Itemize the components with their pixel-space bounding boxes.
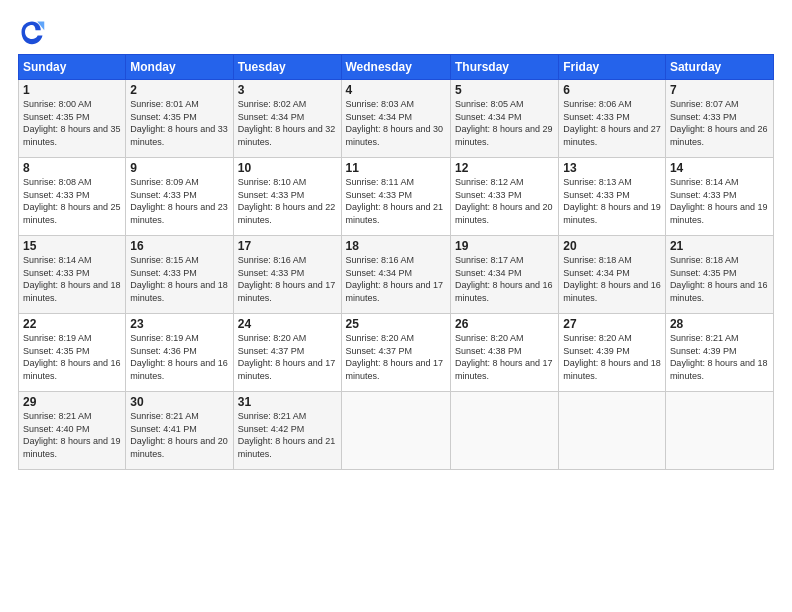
- calendar-cell: 3Sunrise: 8:02 AMSunset: 4:34 PMDaylight…: [233, 80, 341, 158]
- calendar-cell: 11Sunrise: 8:11 AMSunset: 4:33 PMDayligh…: [341, 158, 450, 236]
- calendar-cell: 15Sunrise: 8:14 AMSunset: 4:33 PMDayligh…: [19, 236, 126, 314]
- day-info: Sunrise: 8:18 AMSunset: 4:34 PMDaylight:…: [563, 255, 661, 303]
- page: SundayMondayTuesdayWednesdayThursdayFrid…: [0, 0, 792, 612]
- logo: [18, 18, 50, 46]
- calendar-cell: 31Sunrise: 8:21 AMSunset: 4:42 PMDayligh…: [233, 392, 341, 470]
- calendar-week-5: 29Sunrise: 8:21 AMSunset: 4:40 PMDayligh…: [19, 392, 774, 470]
- calendar-header-row: SundayMondayTuesdayWednesdayThursdayFrid…: [19, 55, 774, 80]
- day-info: Sunrise: 8:20 AMSunset: 4:37 PMDaylight:…: [238, 333, 336, 381]
- day-number: 18: [346, 239, 446, 253]
- day-info: Sunrise: 8:20 AMSunset: 4:37 PMDaylight:…: [346, 333, 444, 381]
- day-number: 27: [563, 317, 661, 331]
- day-number: 5: [455, 83, 554, 97]
- header-monday: Monday: [126, 55, 233, 80]
- calendar-cell: 7Sunrise: 8:07 AMSunset: 4:33 PMDaylight…: [665, 80, 773, 158]
- day-number: 26: [455, 317, 554, 331]
- calendar-cell: [559, 392, 666, 470]
- calendar-cell: 17Sunrise: 8:16 AMSunset: 4:33 PMDayligh…: [233, 236, 341, 314]
- calendar-cell: 10Sunrise: 8:10 AMSunset: 4:33 PMDayligh…: [233, 158, 341, 236]
- calendar-cell: 22Sunrise: 8:19 AMSunset: 4:35 PMDayligh…: [19, 314, 126, 392]
- day-number: 13: [563, 161, 661, 175]
- day-number: 22: [23, 317, 121, 331]
- calendar-cell: 24Sunrise: 8:20 AMSunset: 4:37 PMDayligh…: [233, 314, 341, 392]
- calendar-cell: 1Sunrise: 8:00 AMSunset: 4:35 PMDaylight…: [19, 80, 126, 158]
- day-number: 1: [23, 83, 121, 97]
- header-tuesday: Tuesday: [233, 55, 341, 80]
- header: [18, 18, 774, 46]
- calendar-cell: 14Sunrise: 8:14 AMSunset: 4:33 PMDayligh…: [665, 158, 773, 236]
- calendar-cell: [341, 392, 450, 470]
- day-number: 28: [670, 317, 769, 331]
- calendar-cell: 8Sunrise: 8:08 AMSunset: 4:33 PMDaylight…: [19, 158, 126, 236]
- calendar-cell: [450, 392, 558, 470]
- day-info: Sunrise: 8:06 AMSunset: 4:33 PMDaylight:…: [563, 99, 661, 147]
- calendar-cell: 9Sunrise: 8:09 AMSunset: 4:33 PMDaylight…: [126, 158, 233, 236]
- day-number: 19: [455, 239, 554, 253]
- calendar-week-1: 1Sunrise: 8:00 AMSunset: 4:35 PMDaylight…: [19, 80, 774, 158]
- calendar-week-2: 8Sunrise: 8:08 AMSunset: 4:33 PMDaylight…: [19, 158, 774, 236]
- day-number: 29: [23, 395, 121, 409]
- day-info: Sunrise: 8:21 AMSunset: 4:41 PMDaylight:…: [130, 411, 228, 459]
- day-info: Sunrise: 8:19 AMSunset: 4:35 PMDaylight:…: [23, 333, 121, 381]
- day-number: 3: [238, 83, 337, 97]
- header-sunday: Sunday: [19, 55, 126, 80]
- calendar-cell: 21Sunrise: 8:18 AMSunset: 4:35 PMDayligh…: [665, 236, 773, 314]
- day-info: Sunrise: 8:16 AMSunset: 4:34 PMDaylight:…: [346, 255, 444, 303]
- day-info: Sunrise: 8:20 AMSunset: 4:38 PMDaylight:…: [455, 333, 553, 381]
- day-info: Sunrise: 8:07 AMSunset: 4:33 PMDaylight:…: [670, 99, 768, 147]
- day-number: 8: [23, 161, 121, 175]
- calendar-cell: 12Sunrise: 8:12 AMSunset: 4:33 PMDayligh…: [450, 158, 558, 236]
- day-info: Sunrise: 8:10 AMSunset: 4:33 PMDaylight:…: [238, 177, 336, 225]
- calendar-cell: 28Sunrise: 8:21 AMSunset: 4:39 PMDayligh…: [665, 314, 773, 392]
- calendar-week-4: 22Sunrise: 8:19 AMSunset: 4:35 PMDayligh…: [19, 314, 774, 392]
- day-info: Sunrise: 8:21 AMSunset: 4:42 PMDaylight:…: [238, 411, 336, 459]
- day-info: Sunrise: 8:19 AMSunset: 4:36 PMDaylight:…: [130, 333, 228, 381]
- day-number: 21: [670, 239, 769, 253]
- day-number: 14: [670, 161, 769, 175]
- calendar-cell: 18Sunrise: 8:16 AMSunset: 4:34 PMDayligh…: [341, 236, 450, 314]
- day-info: Sunrise: 8:16 AMSunset: 4:33 PMDaylight:…: [238, 255, 336, 303]
- day-info: Sunrise: 8:13 AMSunset: 4:33 PMDaylight:…: [563, 177, 661, 225]
- day-info: Sunrise: 8:03 AMSunset: 4:34 PMDaylight:…: [346, 99, 444, 147]
- day-number: 16: [130, 239, 228, 253]
- calendar-cell: 19Sunrise: 8:17 AMSunset: 4:34 PMDayligh…: [450, 236, 558, 314]
- day-info: Sunrise: 8:15 AMSunset: 4:33 PMDaylight:…: [130, 255, 228, 303]
- day-number: 20: [563, 239, 661, 253]
- calendar-cell: 5Sunrise: 8:05 AMSunset: 4:34 PMDaylight…: [450, 80, 558, 158]
- day-info: Sunrise: 8:21 AMSunset: 4:40 PMDaylight:…: [23, 411, 121, 459]
- calendar-cell: 2Sunrise: 8:01 AMSunset: 4:35 PMDaylight…: [126, 80, 233, 158]
- calendar-cell: 20Sunrise: 8:18 AMSunset: 4:34 PMDayligh…: [559, 236, 666, 314]
- calendar-cell: 13Sunrise: 8:13 AMSunset: 4:33 PMDayligh…: [559, 158, 666, 236]
- header-friday: Friday: [559, 55, 666, 80]
- day-number: 11: [346, 161, 446, 175]
- day-info: Sunrise: 8:02 AMSunset: 4:34 PMDaylight:…: [238, 99, 336, 147]
- day-info: Sunrise: 8:21 AMSunset: 4:39 PMDaylight:…: [670, 333, 768, 381]
- calendar-cell: 30Sunrise: 8:21 AMSunset: 4:41 PMDayligh…: [126, 392, 233, 470]
- calendar-week-3: 15Sunrise: 8:14 AMSunset: 4:33 PMDayligh…: [19, 236, 774, 314]
- day-number: 24: [238, 317, 337, 331]
- day-info: Sunrise: 8:18 AMSunset: 4:35 PMDaylight:…: [670, 255, 768, 303]
- day-number: 10: [238, 161, 337, 175]
- day-info: Sunrise: 8:14 AMSunset: 4:33 PMDaylight:…: [23, 255, 121, 303]
- day-info: Sunrise: 8:14 AMSunset: 4:33 PMDaylight:…: [670, 177, 768, 225]
- calendar-cell: 16Sunrise: 8:15 AMSunset: 4:33 PMDayligh…: [126, 236, 233, 314]
- day-number: 6: [563, 83, 661, 97]
- day-number: 30: [130, 395, 228, 409]
- day-number: 17: [238, 239, 337, 253]
- logo-icon: [18, 18, 46, 46]
- day-number: 25: [346, 317, 446, 331]
- calendar-cell: 26Sunrise: 8:20 AMSunset: 4:38 PMDayligh…: [450, 314, 558, 392]
- header-saturday: Saturday: [665, 55, 773, 80]
- calendar-cell: 6Sunrise: 8:06 AMSunset: 4:33 PMDaylight…: [559, 80, 666, 158]
- day-info: Sunrise: 8:20 AMSunset: 4:39 PMDaylight:…: [563, 333, 661, 381]
- day-number: 23: [130, 317, 228, 331]
- day-number: 31: [238, 395, 337, 409]
- calendar-cell: 27Sunrise: 8:20 AMSunset: 4:39 PMDayligh…: [559, 314, 666, 392]
- day-number: 15: [23, 239, 121, 253]
- calendar-cell: [665, 392, 773, 470]
- day-number: 9: [130, 161, 228, 175]
- day-info: Sunrise: 8:01 AMSunset: 4:35 PMDaylight:…: [130, 99, 228, 147]
- calendar-table: SundayMondayTuesdayWednesdayThursdayFrid…: [18, 54, 774, 470]
- day-number: 7: [670, 83, 769, 97]
- day-number: 2: [130, 83, 228, 97]
